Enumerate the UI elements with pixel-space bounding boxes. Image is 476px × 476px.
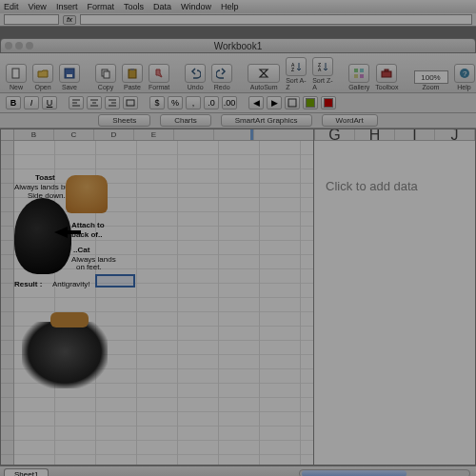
fill-color-button[interactable] [303,96,318,109]
chart-data-pane[interactable]: G H I J Click to add data [314,129,476,466]
toolbox-button[interactable] [376,64,397,83]
document-titlebar[interactable]: Workbook1 [0,38,476,53]
svg-rect-4 [104,71,109,78]
col-header[interactable]: I [395,129,435,140]
menu-tools[interactable]: Tools [124,2,144,11]
tab-charts[interactable]: Charts [160,114,211,127]
align-left-button[interactable] [69,96,84,109]
sort-za-button[interactable]: ZA [312,57,333,76]
horizontal-scrollbar[interactable] [299,469,470,476]
cell-grid[interactable]: Toast Always lands butter Side down. Att… [1,141,313,465]
window-gap [0,27,476,38]
zoom-combo[interactable]: 100% [414,70,448,84]
underline-button[interactable]: U [42,96,57,109]
open-button[interactable] [32,64,53,83]
col-header[interactable]: B [14,129,54,140]
gallery-button[interactable] [348,64,369,83]
side-column-headers[interactable]: G H I J [314,129,475,141]
svg-rect-5 [129,69,136,78]
format-label: Format [149,84,169,90]
minimize-icon[interactable] [15,42,23,50]
font-color-button[interactable] [321,96,336,109]
menu-help[interactable]: Help [221,2,239,11]
add-data-placeholder[interactable]: Click to add data [326,179,464,193]
traffic-lights[interactable] [5,42,33,50]
paste-label: Paste [124,84,141,90]
sort-za-label: Sort Z-A [312,77,333,90]
svg-rect-19 [127,100,134,106]
decrease-decimal-button[interactable]: .0 [204,96,219,109]
borders-button[interactable] [285,96,300,109]
help-button[interactable]: ? [454,64,475,83]
svg-rect-15 [382,71,391,77]
sheet-tab-sheet1[interactable]: Sheet1 [4,468,49,477]
row-headers[interactable] [1,141,14,465]
scrollbar-thumb[interactable] [302,470,407,476]
new-button[interactable] [6,64,27,83]
zoom-label: Zoom [423,84,440,90]
svg-text:Z: Z [291,67,294,72]
col-header[interactable]: J [435,129,475,140]
paste-button[interactable] [122,64,143,83]
col-header[interactable]: H [355,129,395,140]
format-painter-button[interactable] [149,64,169,83]
currency-button[interactable]: $ [149,96,165,109]
select-all-corner[interactable] [1,129,14,140]
svg-rect-2 [67,74,72,77]
sort-az-button[interactable]: AZ [286,57,307,76]
menu-insert[interactable]: Insert [56,2,78,11]
menu-window[interactable]: Window [181,2,211,11]
svg-text:A: A [318,67,322,72]
autosum-button[interactable] [248,64,280,83]
redo-button[interactable] [211,64,232,83]
active-cell[interactable] [95,274,135,288]
os-menubar: Edit View Insert Format Tools Data Windo… [0,0,476,13]
italic-button[interactable]: I [24,96,39,109]
copy-label: Copy [98,84,113,90]
col-header[interactable]: C [54,129,94,140]
col-header[interactable]: E [134,129,174,140]
formula-input[interactable] [80,14,472,25]
undo-label: Undo [188,84,204,90]
align-center-button[interactable] [87,96,102,109]
col-header[interactable] [214,129,254,140]
copy-button[interactable] [95,64,116,83]
increase-decimal-button[interactable]: .00 [222,96,237,109]
column-headers[interactable]: B C D E [1,129,313,141]
name-box[interactable] [4,14,59,25]
fx-icon[interactable]: fx [63,15,76,25]
col-header[interactable]: G [315,129,355,140]
tab-sheets[interactable]: Sheets [98,114,150,127]
sheet-pane[interactable]: B C D E Toast Always lands butter Side d… [0,129,314,466]
tab-smartart[interactable]: SmartArt Graphics [221,114,312,127]
zoom-icon[interactable] [26,42,33,50]
col-header[interactable]: D [94,129,134,140]
svg-rect-16 [385,69,388,71]
menu-view[interactable]: View [29,2,47,11]
bold-button[interactable]: B [6,96,21,109]
svg-rect-11 [354,69,358,72]
percent-button[interactable]: % [168,96,183,109]
toolbox-label: Toolbox [375,84,398,90]
merge-button[interactable] [123,96,138,109]
align-right-button[interactable] [105,96,120,109]
indent-right-button[interactable]: ▶ [267,96,282,109]
col-header[interactable] [174,129,214,140]
svg-rect-13 [354,74,358,78]
formatting-toolbar: B I U $ % , .0 .00 ◀ ▶ [0,93,476,113]
formula-bar: fx [0,13,476,27]
tab-wordart[interactable]: WordArt [322,114,378,127]
svg-rect-12 [360,69,364,72]
save-button[interactable] [59,64,80,83]
undo-button[interactable] [185,64,206,83]
document-title: Workbook1 [214,41,262,51]
svg-rect-20 [288,99,296,107]
indent-left-button[interactable]: ◀ [248,96,264,109]
menu-edit[interactable]: Edit [4,2,19,11]
close-icon[interactable] [5,42,12,50]
menu-data[interactable]: Data [153,2,171,11]
text-attach2: back of.. [71,230,102,239]
menu-format[interactable]: Format [87,2,114,11]
comma-button[interactable]: , [186,96,201,109]
new-label: New [10,84,23,90]
